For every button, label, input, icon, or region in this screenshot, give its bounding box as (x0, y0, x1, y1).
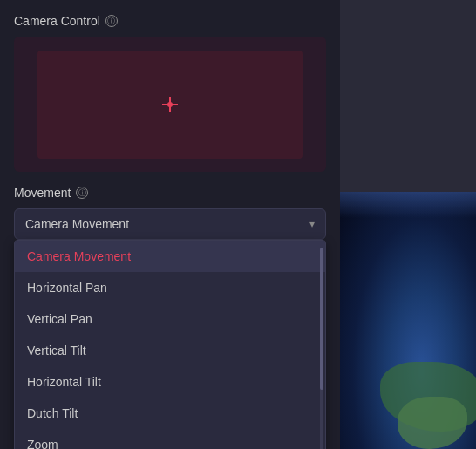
scroll-bar[interactable] (320, 248, 323, 449)
right-panel-bottom (340, 192, 476, 449)
dropdown-item-label: Vertical Pan (27, 312, 92, 326)
movement-dropdown-container: Camera Movement ▾ Camera Movement Horizo… (14, 208, 326, 240)
movement-label: Movement (14, 186, 71, 200)
dropdown-item-vertical-pan[interactable]: Vertical Pan (15, 303, 325, 335)
dropdown-item-dutch-tilt[interactable]: Dutch Tilt (15, 398, 325, 429)
camera-preview-inner (37, 51, 303, 159)
dropdown-item-label: Horizontal Pan (27, 281, 107, 295)
movement-dropdown-menu: Camera Movement Horizontal Pan Vertical … (14, 240, 326, 449)
camera-preview (14, 37, 326, 172)
dropdown-item-zoom[interactable]: Zoom (15, 429, 325, 449)
dropdown-item-vertical-tilt[interactable]: Vertical Tilt (15, 335, 325, 366)
crosshair-dot (167, 102, 173, 107)
right-panel (340, 0, 476, 449)
dropdown-item-horizontal-tilt[interactable]: Horizontal Tilt (15, 366, 325, 398)
movement-info-icon[interactable]: ⓘ (76, 187, 88, 199)
dropdown-item-label: Zoom (27, 438, 58, 449)
dropdown-item-label: Camera Movement (27, 249, 131, 263)
dropdown-item-label: Horizontal Tilt (27, 375, 101, 389)
dropdown-item-camera-movement[interactable]: Camera Movement (15, 241, 325, 272)
movement-header: Movement ⓘ (14, 186, 326, 200)
earth-glow (340, 192, 476, 218)
crosshair-icon (162, 97, 178, 112)
earth-land2 (398, 397, 467, 449)
camera-control-info-icon[interactable]: ⓘ (105, 15, 118, 27)
main-panel: Camera Control ⓘ Movement ⓘ Camera Movem… (0, 0, 340, 449)
right-panel-top (340, 0, 476, 192)
earth-visual (340, 192, 476, 449)
dropdown-item-label: Dutch Tilt (27, 406, 78, 420)
camera-control-label: Camera Control (14, 14, 100, 28)
movement-section: Movement ⓘ Camera Movement ▾ Camera Move… (14, 186, 326, 240)
dropdown-item-label: Vertical Tilt (27, 344, 86, 357)
movement-dropdown-button[interactable]: Camera Movement ▾ (14, 208, 326, 240)
scroll-thumb (320, 248, 323, 390)
dropdown-item-horizontal-pan[interactable]: Horizontal Pan (15, 272, 325, 303)
camera-control-header: Camera Control ⓘ (14, 14, 326, 28)
dropdown-selected-value: Camera Movement (25, 217, 129, 231)
chevron-down-icon: ▾ (309, 218, 315, 230)
